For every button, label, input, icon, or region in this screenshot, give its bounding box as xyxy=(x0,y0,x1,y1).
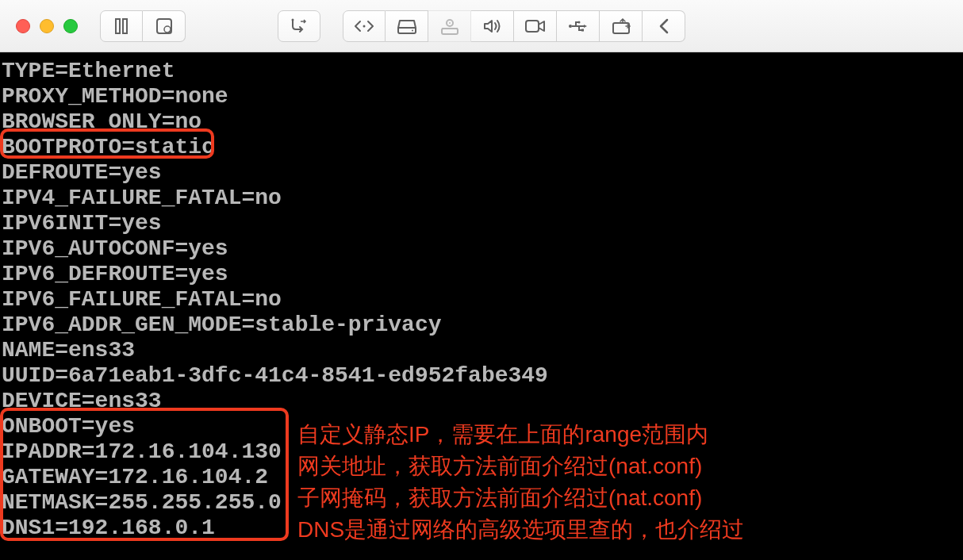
share-button[interactable] xyxy=(600,10,643,42)
close-window-button[interactable] xyxy=(16,19,30,33)
device-toolbar-group xyxy=(343,10,685,42)
code-button[interactable] xyxy=(343,10,386,42)
annotation-dns: DNS是通过网络的高级选项里查的，也介绍过 xyxy=(297,514,744,546)
config-line: IPV6_FAILURE_FATAL=no xyxy=(0,287,963,313)
settings-button[interactable] xyxy=(278,10,320,42)
svg-point-9 xyxy=(449,22,451,24)
svg-point-7 xyxy=(412,29,413,31)
svg-rect-0 xyxy=(116,19,120,33)
pause-button[interactable] xyxy=(100,10,143,42)
config-line: IPV6INIT=yes xyxy=(0,211,963,236)
svg-rect-1 xyxy=(123,19,127,33)
config-line: TYPE=Ethernet xyxy=(0,59,963,84)
usb-button[interactable] xyxy=(557,10,600,42)
window-titlebar xyxy=(0,0,963,52)
config-line: IPV4_FAILURE_FATAL=no xyxy=(0,186,963,211)
svg-rect-16 xyxy=(581,29,584,31)
sound-button[interactable] xyxy=(471,10,514,42)
svg-point-13 xyxy=(569,25,572,28)
disk-button[interactable] xyxy=(386,10,428,42)
svg-point-5 xyxy=(292,18,294,21)
config-line: IPV6_DEFROUTE=yes xyxy=(0,262,963,287)
svg-rect-12 xyxy=(526,21,539,32)
config-line: IPV6_ADDR_GEN_MODE=stable-privacy xyxy=(0,313,963,338)
svg-point-6 xyxy=(363,25,366,27)
annotation-gateway: 网关地址，获取方法前面介绍过(nat.conf) xyxy=(297,451,744,482)
svg-rect-10 xyxy=(442,29,458,34)
config-line: BROWSER_ONLY=no xyxy=(0,109,963,135)
maximize-window-button[interactable] xyxy=(63,19,78,33)
snapshot-button[interactable] xyxy=(143,10,186,42)
annotation-netmask: 子网掩码，获取方法前面介绍过(nat.conf) xyxy=(297,482,744,514)
vm-controls-group xyxy=(100,10,186,42)
config-line: IPV6_AUTOCONF=yes xyxy=(0,236,963,262)
terminal-output: TYPE=Ethernet PROXY_METHOD=none BROWSER_… xyxy=(0,52,963,560)
video-camera-button[interactable] xyxy=(514,10,557,42)
svg-rect-17 xyxy=(613,23,629,33)
config-line: PROXY_METHOD=none xyxy=(0,84,963,109)
window-controls xyxy=(16,19,78,33)
svg-point-15 xyxy=(577,21,580,23)
back-button[interactable] xyxy=(643,10,685,42)
annotation-block: 自定义静态IP，需要在上面的range范围内 网关地址，获取方法前面介绍过(na… xyxy=(297,419,744,546)
config-line: UUID=6a71eab1-3dfc-41c4-8541-ed952fabe34… xyxy=(0,363,963,389)
annotation-ipaddr: 自定义静态IP，需要在上面的range范围内 xyxy=(297,419,744,451)
config-line: DEFROUTE=yes xyxy=(0,160,963,186)
config-line: DEVICE=ens33 xyxy=(0,389,963,414)
config-line-bootproto: BOOTPROTO=static xyxy=(0,135,963,160)
camera-disk-button xyxy=(428,10,471,42)
config-line: NAME=ens33 xyxy=(0,338,963,363)
minimize-window-button[interactable] xyxy=(40,19,54,33)
